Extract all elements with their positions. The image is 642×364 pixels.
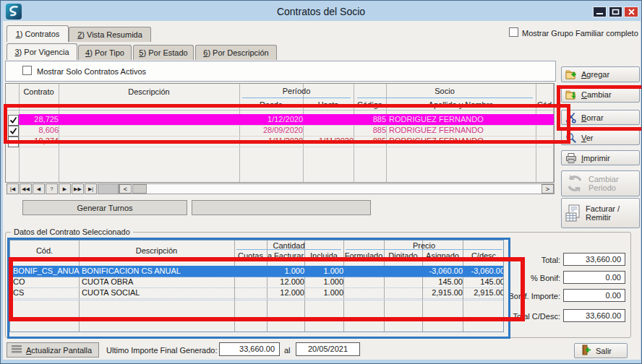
refresh-list-icon — [12, 345, 22, 355]
tab-label: 4) Por Tipo — [85, 48, 124, 57]
ultimo-importe-label: Ultimo Importe Final Generado: — [106, 346, 217, 355]
nav-button[interactable]: ▶| — [85, 183, 97, 194]
table-cell — [303, 125, 356, 136]
tab-por-estado[interactable]: 5) Por Estado — [133, 45, 194, 60]
ultimo-importe-field[interactable]: 33,660.00 — [219, 342, 280, 356]
actualizar-pantalla-button[interactable]: Actualizar Pantalla — [7, 342, 99, 358]
column-header: a Facturar — [267, 250, 304, 261]
detail-row[interactable]: BONIF_CS_ANUABONIFICACION CS ANUAL1.0001… — [10, 266, 503, 277]
nav-button[interactable]: ▶▶ — [72, 183, 84, 194]
minimize-button[interactable] — [593, 6, 607, 17]
row-checkbox[interactable] — [8, 126, 19, 136]
generar-turnos-label: Generar Turnos — [77, 204, 132, 212]
column-header: Período — [239, 84, 354, 98]
table-cell: BONIF_CS_ANUA — [10, 266, 82, 277]
column-header: Apellido y Nombre — [386, 99, 536, 110]
contract-row[interactable]: 8,60628/09/2020885RODRIGUEZ FERNANDO — [6, 125, 554, 136]
column-header: Hasta — [303, 99, 354, 110]
group-underline — [236, 249, 341, 250]
bonif-importe-label: Bonif. Importe: — [477, 292, 560, 300]
table-cell: -3,060.00 — [422, 266, 465, 277]
total-cdesc-label: Total C/Desc: — [477, 312, 560, 321]
pct-bonif-field[interactable]: 0.00 — [563, 271, 625, 284]
table-cell — [234, 277, 269, 287]
table-cell — [59, 136, 242, 147]
total-field[interactable]: 33,660.00 — [563, 253, 625, 266]
detail-grid[interactable]: Cód.DescripciónCantidadPrecioCuotasa Fac… — [9, 240, 504, 332]
contract-row[interactable]: 28,7251/12/2020885RODRIGUEZ FERNANDO — [6, 114, 554, 125]
borrar-button[interactable]: Borrar — [561, 110, 640, 125]
detail-row[interactable]: COCUOTA OBRA12.0001.000145.00145.00 — [10, 277, 503, 288]
facturar-remitir-button[interactable]: Facturar / Remitir — [561, 198, 640, 228]
salir-button[interactable]: Salir — [574, 343, 628, 358]
tab-label: 3) Por Vigencia — [14, 48, 69, 56]
button-label: Cambiar — [581, 90, 612, 99]
tab-vista-resumida[interactable]: 2) Vista Resumida — [69, 27, 151, 42]
header-divider — [10, 261, 503, 261]
agregar-button[interactable]: Agregar — [561, 66, 640, 82]
table-cell: RODRIGUEZ FERNANDO — [386, 136, 539, 147]
nav-button[interactable]: ? — [46, 183, 58, 194]
tab-por-tipo[interactable]: 4) Por Tipo — [78, 45, 132, 60]
button-label: Facturar / Remitir — [586, 204, 639, 222]
blank-button[interactable] — [192, 200, 371, 215]
printer-icon — [565, 152, 577, 164]
button-label: Ver — [581, 134, 594, 142]
bonif-importe-field[interactable]: 0.00 — [563, 289, 625, 302]
table-cell: 1.000 — [304, 277, 346, 287]
total-cdesc-field[interactable]: 33,660.00 — [563, 309, 625, 322]
horizontal-scrollbar[interactable]: <> — [119, 183, 555, 194]
table-cell: 12.000 — [267, 287, 307, 298]
family-checkbox[interactable] — [509, 27, 518, 37]
row-divider — [10, 300, 503, 300]
table-cell — [59, 114, 242, 126]
nav-button[interactable]: |◀ — [7, 183, 19, 194]
magnifier-icon — [565, 132, 577, 144]
table-cell: RODRIGUEZ FERNANDO — [386, 125, 539, 136]
column-header: Descripción — [79, 240, 234, 261]
table-cell: BONIFICACION CS ANUAL — [79, 266, 237, 277]
cambiar-periodo-button[interactable]: Cambiar Periodo — [561, 170, 640, 196]
ver-button[interactable]: Ver — [561, 130, 640, 145]
tab-por-descripcion[interactable]: 6) Por Descripción — [195, 45, 277, 60]
table-cell: CUOTA SOCIAL — [79, 287, 237, 298]
scroll-left-icon[interactable]: < — [119, 184, 132, 194]
window-title: Contratos del Socio — [1, 6, 641, 17]
imprimir-button[interactable]: Imprimir — [561, 150, 640, 165]
button-label: Agregar — [581, 70, 609, 79]
fecha-field[interactable]: 20/05/2021 — [296, 342, 360, 356]
table-cell — [234, 287, 269, 298]
cambiar-button[interactable]: Cambiar — [561, 87, 640, 103]
table-cell — [536, 114, 555, 126]
tab-label: 1) Contratos — [16, 30, 60, 38]
scroll-right-icon[interactable]: > — [542, 184, 554, 194]
scroll-thumb[interactable] — [132, 184, 147, 194]
tab-por-vigencia[interactable]: 3) Por Vigencia — [7, 43, 77, 60]
table-cell: 885 — [354, 114, 389, 126]
generar-turnos-button[interactable]: Generar Turnos — [22, 200, 187, 215]
close-button[interactable] — [624, 6, 638, 17]
row-checkbox[interactable] — [8, 115, 19, 126]
nav-button[interactable]: ◀◀ — [20, 183, 32, 194]
maximize-button[interactable] — [609, 6, 622, 17]
detail-row[interactable]: CSCUOTA SOCIAL12.0001.0002,915.002,915.0… — [10, 287, 503, 299]
column-header: Contrato — [19, 84, 59, 99]
al-label: al — [284, 346, 291, 355]
nav-button[interactable]: ◀ — [33, 183, 45, 194]
button-label: Imprimir — [581, 154, 610, 162]
folder-down-icon — [565, 89, 577, 100]
table-cell — [536, 125, 555, 136]
nav-button[interactable]: ▶ — [59, 183, 71, 194]
tab-label: 5) Por Estado — [139, 48, 187, 57]
table-cell: 28,725 — [19, 114, 61, 126]
active-only-checkbox[interactable] — [22, 66, 32, 75]
folder-plus-icon — [565, 69, 577, 80]
contract-row[interactable]: 19,3741/11/20201/11/2020885RODRIGUEZ FER… — [6, 136, 554, 147]
tab-contratos[interactable]: 1) Contratos — [7, 25, 69, 42]
group-underline — [357, 98, 533, 98]
scissors-icon — [565, 112, 577, 124]
tab-label: 6) Por Descripción — [203, 48, 268, 57]
table-cell — [343, 277, 386, 287]
contracts-grid[interactable]: ContratoDescripciónPeríodoSocioDesdeHast… — [5, 83, 555, 183]
row-checkbox[interactable] — [8, 136, 19, 147]
